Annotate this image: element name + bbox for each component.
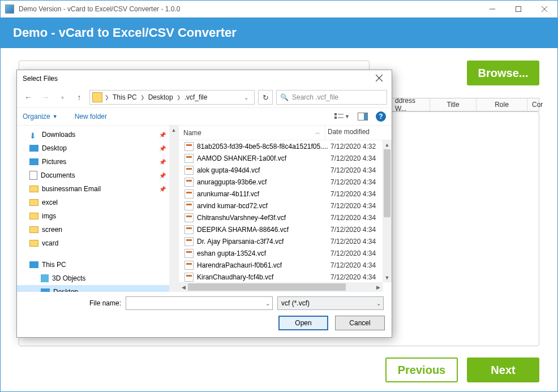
file-row[interactable]: arunkumar-4b11f.vcf7/12/2020 4:34 [179, 188, 392, 200]
tree-item[interactable]: Pictures📌 [17, 155, 178, 169]
browse-button[interactable]: Browse... [467, 61, 539, 85]
tree-item-label: 3D Objects [52, 274, 85, 282]
open-button[interactable]: Open [278, 316, 328, 330]
file-name: AAMOD SHANKER-1a00f.vcf [197, 154, 328, 162]
file-list[interactable]: 81ab2053-fd39-4be5-8c58-f8c4a1521f05....… [179, 140, 392, 292]
file-row[interactable]: ChitranshuVarshney-4ef3f.vcf7/12/2020 4:… [179, 212, 392, 223]
filename-label: File name: [84, 299, 121, 307]
scroll-down-icon[interactable]: ▼ [383, 273, 392, 282]
help-button[interactable]: ? [376, 111, 386, 122]
search-input[interactable]: 🔍 Search .vcf_file [276, 90, 387, 105]
tree-item[interactable]: 3D Objects [17, 272, 178, 285]
minimize-button[interactable] [479, 1, 505, 18]
file-row[interactable]: DEEPIKA SHARMA-88646.vcf7/12/2020 4:34 [179, 223, 392, 235]
vcf-file-icon [184, 178, 194, 187]
file-list-hscroll[interactable]: ◀ ▶ [179, 282, 383, 292]
tree-item[interactable]: Desktop📌 [17, 141, 178, 155]
dialog-titlebar[interactable]: Select Files [17, 70, 392, 87]
fold-icon [29, 226, 38, 233]
dialog-nav: ← → ▾ ↑ ❯ This PC ❯ Desktop ❯ .vcf_file … [17, 87, 392, 107]
tree-item[interactable]: screen [17, 223, 178, 236]
view-mode-button[interactable]: ▼ [334, 113, 350, 120]
chevron-right-icon: ❯ [140, 94, 145, 100]
preview-pane-button[interactable] [358, 113, 368, 120]
file-pane: Name ︿ Date modified 81ab2053-fd39-4be5-… [179, 126, 392, 292]
file-row[interactable]: arvind kumar-bcd72.vcf7/12/2020 4:34 [179, 200, 392, 212]
tree-item[interactable]: This PC⌄ [17, 258, 178, 272]
breadcrumb-seg1[interactable]: Desktop [147, 93, 174, 101]
breadcrumb-seg2[interactable]: .vcf_file [183, 93, 209, 101]
next-button[interactable]: Next [467, 357, 539, 382]
tree-scrollbar[interactable]: ▲ [169, 126, 178, 292]
previous-button[interactable]: Previous [385, 357, 458, 382]
tree-item[interactable]: vcard [17, 236, 178, 250]
tree-item[interactable]: excel [17, 196, 178, 209]
address-bar[interactable]: ❯ This PC ❯ Desktop ❯ .vcf_file ⌄ [89, 90, 255, 105]
col-address[interactable]: ddress W... [390, 98, 430, 111]
scroll-right-icon[interactable]: ▶ [374, 282, 383, 292]
nav-forward-button[interactable]: → [38, 91, 52, 104]
scroll-up-icon[interactable]: ▲ [383, 140, 392, 149]
chevron-right-icon: ❯ [105, 94, 109, 100]
file-row[interactable]: AAMOD SHANKER-1a00f.vcf7/12/2020 4:34 [179, 152, 392, 164]
address-dropdown[interactable]: ⌄ [241, 94, 252, 101]
search-icon: 🔍 [280, 93, 289, 101]
tree-item-label: excel [42, 199, 58, 206]
nav-back-button[interactable]: ← [22, 91, 35, 104]
filename-input[interactable]: ⌄ [126, 296, 273, 310]
tree-item[interactable]: Documents📌 [17, 169, 178, 182]
file-row[interactable]: Dr. Ajay Piparsania-c3f74.vcf7/12/2020 4… [179, 235, 392, 247]
nav-tree[interactable]: ⬇Downloads📌Desktop📌Pictures📌Documents📌bu… [17, 126, 179, 292]
dialog-close-button[interactable] [372, 72, 386, 85]
file-row[interactable]: HarendraPachauri-f0b61.vcf7/12/2020 4:34 [179, 259, 392, 271]
maximize-button[interactable] [505, 1, 531, 18]
scroll-left-icon[interactable]: ◀ [179, 282, 188, 292]
scroll-thumb[interactable] [188, 283, 346, 291]
column-name[interactable]: Name ︿ [179, 126, 325, 140]
tree-item-label: Desktop [42, 144, 67, 152]
tree-item[interactable]: businessman Email📌 [17, 182, 178, 196]
fold-icon [29, 213, 38, 219]
vcf-file-icon [184, 142, 194, 151]
tree-item[interactable]: imgs [17, 209, 178, 223]
window-controls [479, 1, 557, 18]
file-row[interactable]: anuraggupta-93b6e.vcf7/12/2020 4:34 [179, 176, 392, 188]
column-date[interactable]: Date modified [325, 126, 392, 140]
nav-recent-button[interactable]: ▾ [55, 91, 69, 104]
vcf-file-icon [184, 154, 194, 163]
col-role[interactable]: Role [477, 98, 527, 111]
col-cor[interactable]: Cor [527, 98, 547, 111]
pic-icon [29, 158, 38, 165]
file-name: arvind kumar-bcd72.vcf [197, 202, 328, 210]
chevron-down-icon[interactable]: ⌄ [265, 300, 270, 307]
footer-buttons: Previous Next [385, 357, 539, 382]
scroll-thumb[interactable] [384, 149, 390, 217]
file-name: DEEPIKA SHARMA-88646.vcf [197, 226, 328, 234]
tree-item[interactable]: Desktop⌄ [17, 285, 178, 292]
breadcrumb-root[interactable]: This PC [111, 93, 138, 101]
nav-up-button[interactable]: ↑ [72, 91, 86, 104]
file-row[interactable]: alok gupta-494d4.vcf7/12/2020 4:34 [179, 164, 392, 176]
pin-icon: 📌 [159, 145, 166, 152]
cancel-button[interactable]: Cancel [335, 316, 385, 330]
titlebar[interactable]: Demo Version - vCard to Excel/CSV Conver… [1, 1, 557, 18]
chevron-down-icon[interactable]: ⌄ [376, 300, 381, 307]
tree-item[interactable]: ⬇Downloads📌 [17, 128, 178, 141]
file-row[interactable]: KiranChaudhary-fcf4b.vcf7/12/2020 4:34 [179, 271, 392, 283]
vcf-file-icon [184, 261, 194, 270]
dialog-bottom: File name: ⌄ vcf (*.vcf) ⌄ Open Cancel [17, 292, 392, 337]
new-folder-button[interactable]: New folder [75, 113, 107, 120]
file-row[interactable]: eshan gupta-13524.vcf7/12/2020 4:34 [179, 247, 392, 259]
filetype-filter[interactable]: vcf (*.vcf) ⌄ [277, 296, 384, 310]
col-title[interactable]: Title [430, 98, 477, 111]
tree-item-label: This PC [42, 261, 66, 269]
pin-icon: 📌 [159, 132, 166, 138]
close-button[interactable] [531, 1, 557, 18]
app-banner: Demo - vCard to Excel/CSV Converter [1, 18, 557, 48]
refresh-button[interactable]: ↻ [258, 90, 273, 105]
scroll-up-icon[interactable]: ▲ [169, 126, 178, 135]
file-name: 81ab2053-fd39-4be5-8c58-f8c4a1521f05.... [197, 143, 328, 150]
organize-menu[interactable]: Organize ▼ [23, 113, 58, 120]
file-list-vscroll[interactable]: ▲ ▼ [383, 140, 392, 282]
file-row[interactable]: 81ab2053-fd39-4be5-8c58-f8c4a1521f05....… [179, 140, 392, 152]
